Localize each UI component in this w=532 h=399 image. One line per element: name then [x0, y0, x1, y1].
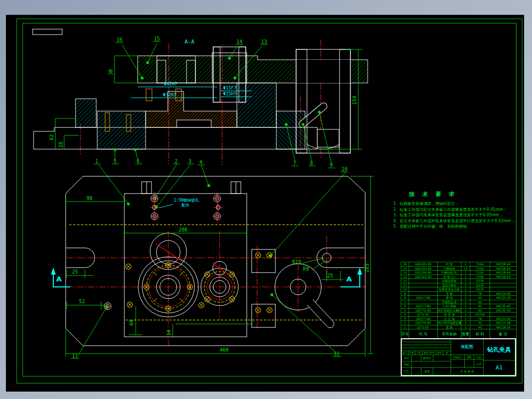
callout-14: 14: [236, 39, 242, 44]
parts-list-cell: [409, 292, 438, 296]
dim-25-right: 25: [322, 271, 343, 281]
parts-list-cell: [490, 287, 517, 292]
parts-list-cell: 底 板: [438, 325, 461, 330]
label-design: 设计: [402, 355, 412, 361]
svg-text:25: 25: [72, 269, 78, 275]
parts-list-cell: 1: [461, 309, 470, 313]
parts-list-cell: 15: [401, 267, 409, 271]
parts-list-row: 3GB117-85定 位 销1T8HRC55-60: [401, 317, 517, 321]
parts-list-cell: 1: [461, 304, 470, 309]
section-arrow-right: A: [341, 268, 362, 287]
parts-list-cell: HRC58-64: [490, 262, 517, 267]
parts-list-cell: 12: [401, 279, 409, 283]
parts-list-cell: HRC55-60: [490, 292, 517, 296]
parts-list-row: 8GB117-86锥 销145HRC35-40: [401, 296, 517, 300]
parts-list: 16GB2265-80衬 套1T10AHRC58-6415GB2264-80可换…: [401, 262, 517, 339]
parts-list-cell: GB117-86: [409, 296, 438, 300]
label-mark: 标记: [402, 351, 409, 355]
label-scale: 比例: [474, 355, 484, 359]
parts-list-cell: 可换钻套: [438, 267, 461, 271]
callout-2: 2: [175, 159, 178, 164]
parts-list-cell: T10A: [470, 271, 490, 275]
section-view: Φ42H7 Φ32H7 Φ15F7 Φ15H7 30 62 28 154: [34, 36, 368, 257]
parts-list-cell: Q235: [470, 287, 490, 292]
parts-list-cell: 16: [401, 262, 409, 267]
parts-list-row: 16GB2265-80衬 套1T10AHRC58-64: [401, 262, 517, 267]
technical-requirement-item: 4、定位支承板工作面对夹具体安装基面平行度误差不大于0.03mm；: [393, 218, 518, 224]
parts-list-cell: 1: [461, 271, 470, 275]
parts-list-cell: HRC35-40: [490, 309, 517, 313]
callout-9: 9: [330, 162, 333, 168]
parts-list-row: 13GB2263-80衬 套(小)1T10AHRC58-64: [401, 275, 517, 279]
parts-list-cell: 1: [461, 313, 470, 317]
parts-list-cell: 6: [401, 304, 409, 309]
technical-requirement-item: 3、钻套工作面与夹具体安装基面垂直度误差不大于0.05mm；: [393, 212, 518, 218]
parts-list-cell: [490, 283, 517, 288]
parts-list-cell: 1: [461, 317, 470, 321]
parts-list-row: 4JZ71-05夹 具 体1HT200: [401, 313, 517, 317]
parts-list-row: 1JZ71-01底 板145HRC28-35: [401, 325, 517, 330]
parts-list-cell: [409, 300, 438, 305]
parts-list-cell: GB117-85: [409, 317, 438, 321]
parts-list-cell: 8: [401, 296, 409, 300]
parts-list-cell: GB117-86: [409, 304, 438, 309]
parts-list-header-cell: 备 注: [490, 329, 517, 339]
parts-list-cell: GB/T79-85: [409, 321, 438, 325]
parts-list-cell: 45: [470, 309, 490, 313]
technical-requirements: 技 术 要 求 1、钻模板安装修调后，用销钉定位；2、钻套工作面与定位支承板工作…: [393, 191, 518, 230]
svg-text:206: 206: [179, 227, 188, 233]
parts-list-row: 14GB2264-80可换钻套(大)1T10AHRC58-64: [401, 271, 517, 275]
label-count: 处数: [409, 351, 416, 355]
parts-list-cell: 3: [401, 317, 409, 321]
parts-list-cell: 11: [461, 267, 470, 271]
parts-list-cell: 5: [401, 309, 409, 313]
parts-list-cell: GB2264-80: [409, 271, 438, 275]
parts-list-cell: 内六角平端紧定螺钉M8: [438, 321, 461, 325]
callout-16: 16: [116, 37, 122, 42]
svg-text:1:50锥销铰孔: 1:50锥销铰孔: [174, 198, 199, 202]
svg-text:154: 154: [352, 96, 357, 105]
parts-list-cell: 手柄固定座: [438, 300, 461, 305]
parts-list-cell: 锥 销: [438, 296, 461, 300]
parts-list-cell: 内六角圆柱头螺钉M10: [438, 309, 461, 313]
parts-list-cell: 固定V形块: [438, 283, 461, 288]
parts-list-cell: 1:50 锥销: [438, 304, 461, 309]
parts-list-cell: 35: [470, 321, 490, 325]
dim-dia-center-bottom: Φ15H7: [223, 91, 236, 96]
svg-text:52: 52: [79, 299, 85, 304]
dim-14: 14: [166, 324, 253, 338]
parts-list-cell: T10A: [470, 262, 490, 267]
parts-list-cell: HRC55-60: [490, 317, 517, 321]
svg-text:配作: 配作: [182, 203, 190, 207]
parts-list-cell: GB/T70-85: [409, 309, 438, 313]
parts-list-cell: 快换钻模板: [438, 279, 461, 283]
parts-list-cell: [490, 300, 517, 305]
svg-text:28: 28: [58, 142, 64, 148]
dim-25-left: 25: [67, 269, 94, 278]
dim-44: 44: [129, 306, 142, 335]
parts-list-cell: HRC28-35: [490, 325, 517, 330]
parts-list-cell: 13: [401, 275, 409, 279]
parts-list-cell: Q235: [470, 283, 490, 288]
parts-list-cell: 1: [461, 275, 470, 279]
parts-list-cell: T10A: [470, 275, 490, 279]
parts-list-cell: GB2265-80: [409, 262, 438, 267]
svg-text:R9: R9: [303, 266, 309, 272]
parts-list-cell: 9: [401, 292, 409, 296]
parts-list-header: 序号代 号零件名称数量材 料备 注: [401, 329, 517, 339]
drill-template-plate: [124, 194, 247, 337]
svg-text:14: 14: [166, 330, 172, 336]
callout-3: 3: [189, 159, 191, 164]
label-change-file: 更改文件号: [422, 351, 436, 355]
parts-list-cell: 45: [470, 325, 490, 330]
parts-list-cell: T8: [470, 317, 490, 321]
parts-list-cell: 2: [461, 279, 470, 283]
parts-list-cell: HT200: [470, 313, 490, 317]
callout-6: 6: [137, 159, 140, 164]
parts-list-cell: 1: [461, 283, 470, 288]
parts-list-header-cell: 序号: [401, 329, 409, 339]
parts-list-row: 10钻模支承定位板2Q235: [401, 287, 517, 292]
technical-requirement-item: 1、钻模板安装修调后，用销钉定位；: [393, 201, 518, 207]
parts-list-cell: 7: [401, 300, 409, 305]
parts-list-cell: 衬 套: [438, 262, 461, 267]
